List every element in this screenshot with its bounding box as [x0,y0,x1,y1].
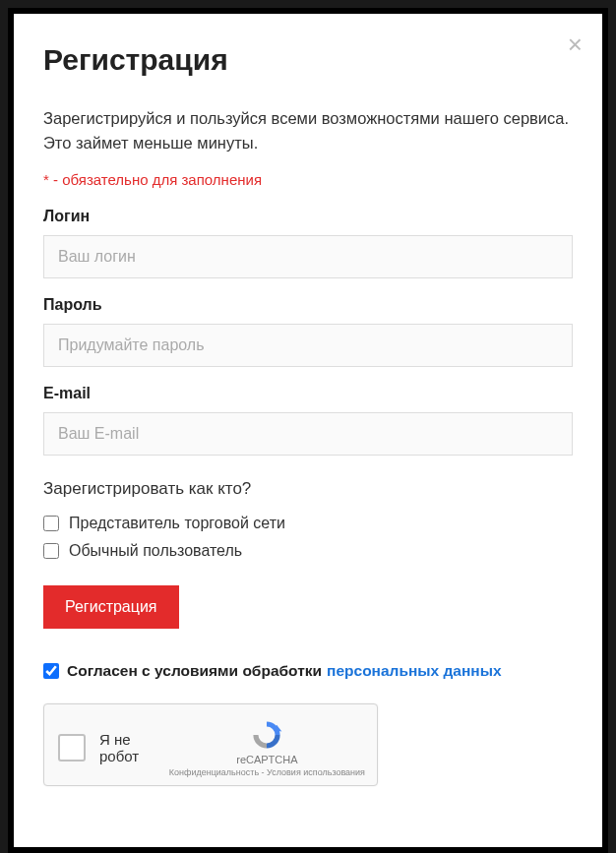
consent-checkbox[interactable] [43,663,59,679]
login-group: Логин [43,208,573,278]
role-option-user[interactable]: Обычный пользователь [43,542,573,560]
password-label: Пароль [43,296,573,314]
modal-lead-text: Зарегистрируйся и пользуйся всеми возмож… [43,106,573,155]
recaptcha-legal-links: Конфиденциальность - Условия использован… [169,767,365,777]
email-group: E-mail [43,385,573,456]
consent-row: Согласен с условиями обработки персональ… [43,662,573,680]
role-merchant-label: Представитель торговой сети [69,515,285,532]
recaptcha-checkbox[interactable] [58,734,86,762]
role-question: Зарегистрировать как кто? [43,479,573,499]
login-input[interactable] [43,235,573,278]
role-merchant-checkbox[interactable] [43,516,59,531]
password-group: Пароль [43,296,573,367]
recaptcha-brand-text: reCAPTCHA [236,754,297,765]
role-user-label: Обычный пользователь [69,542,242,560]
recaptcha-label: Я не робот [99,731,169,764]
required-fields-note: * - обязательно для заполнения [43,171,573,188]
recaptcha-icon [250,718,283,752]
consent-text: Согласен с условиями обработки [67,662,322,680]
role-option-merchant[interactable]: Представитель торговой сети [43,515,573,532]
recaptcha-branding: reCAPTCHA Конфиденциальность - Условия и… [169,718,365,777]
modal-title: Регистрация [43,43,573,77]
modal-wrapper: × Регистрация Зарегистрируйся и пользуйс… [8,8,608,853]
recaptcha-privacy-link[interactable]: Конфиденциальность [169,767,259,777]
email-input[interactable] [43,412,573,456]
submit-button[interactable]: Регистрация [43,585,179,629]
password-input[interactable] [43,324,573,367]
recaptcha-terms-link[interactable]: Условия использования [267,767,365,777]
login-label: Логин [43,208,573,225]
recaptcha-widget: Я не робот reCAPTCHA Конфиденциальность … [43,703,378,786]
close-button[interactable]: × [568,31,583,57]
email-label: E-mail [43,385,573,402]
consent-link[interactable]: персональных данных [327,662,501,680]
registration-modal: × Регистрация Зарегистрируйся и пользуйс… [14,14,602,847]
role-user-checkbox[interactable] [43,543,59,559]
